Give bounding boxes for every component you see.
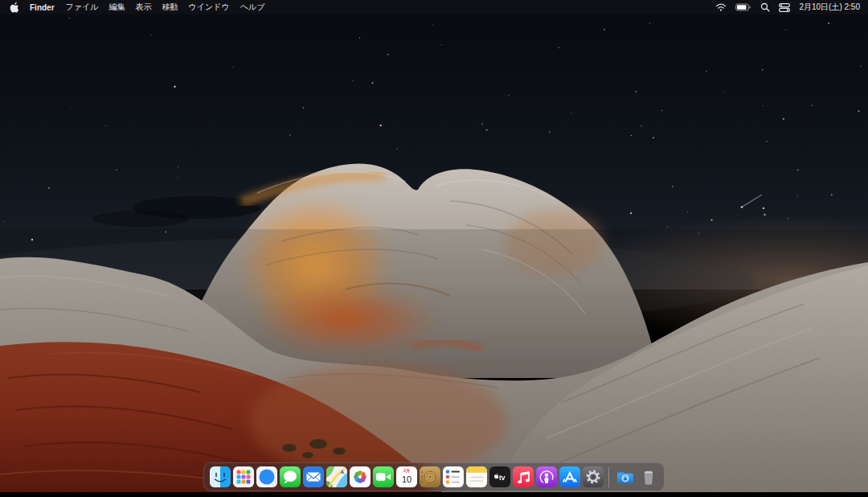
messages-icon xyxy=(280,466,301,487)
status-icons xyxy=(715,2,790,12)
dock-item-contacts[interactable] xyxy=(420,466,440,487)
dock-item-finder[interactable] xyxy=(210,466,231,487)
menu-bar-clock[interactable]: 2月10日(土) 2:50 xyxy=(799,2,860,13)
dock-item-facetime[interactable] xyxy=(373,466,394,487)
dock-item-appstore[interactable] xyxy=(559,466,580,487)
dock-item-notes[interactable] xyxy=(466,466,487,487)
app-menus: ファイル編集表示移動ウインドウヘルプ xyxy=(66,2,265,13)
safari-icon xyxy=(256,466,277,487)
system-settings-icon xyxy=(583,466,604,487)
notes-icon xyxy=(466,466,487,487)
downloads-folder-icon xyxy=(615,466,636,487)
menu-item-5[interactable]: ヘルプ xyxy=(240,2,265,13)
dock-item-settings[interactable] xyxy=(583,466,604,487)
control-center-icon[interactable] xyxy=(779,3,790,12)
reminders-icon xyxy=(443,466,464,487)
dock-divider xyxy=(608,467,609,487)
dock: 2月10tv xyxy=(203,462,665,491)
spotlight-search-icon[interactable] xyxy=(760,2,770,12)
dock-item-calendar[interactable]: 2月10 xyxy=(396,466,417,487)
menu-item-0[interactable]: ファイル xyxy=(66,2,99,13)
wifi-icon[interactable] xyxy=(715,2,727,12)
dock-item-tv[interactable]: tv xyxy=(489,466,510,487)
app-store-icon xyxy=(559,466,580,487)
apple-tv-icon: tv xyxy=(489,466,510,487)
dock-item-mail[interactable] xyxy=(303,466,324,487)
dock-item-podcasts[interactable] xyxy=(536,466,557,487)
menu-bar-right: 2月10日(土) 2:50 xyxy=(715,2,868,13)
music-icon xyxy=(513,466,534,487)
menu-item-2[interactable]: 表示 xyxy=(136,2,152,13)
dock-item-messages[interactable] xyxy=(280,466,301,487)
trash-icon xyxy=(638,466,659,487)
apple-menu-icon[interactable] xyxy=(9,2,18,13)
macos-desktop: Finder ファイル編集表示移動ウインドウヘルプ 2月10日(土) 2:50 … xyxy=(0,0,868,497)
launchpad-icon xyxy=(233,466,254,487)
dock-item-safari[interactable] xyxy=(256,466,277,487)
maps-icon xyxy=(326,466,347,487)
menu-item-3[interactable]: 移動 xyxy=(162,2,178,13)
svg-text:2月: 2月 xyxy=(403,468,410,474)
contacts-icon xyxy=(420,466,440,487)
dock-item-launchpad[interactable] xyxy=(233,466,254,487)
menu-bar: Finder ファイル編集表示移動ウインドウヘルプ 2月10日(土) 2:50 xyxy=(0,0,868,14)
desktop-wallpaper xyxy=(0,0,868,492)
dock-item-photos[interactable] xyxy=(350,466,371,487)
podcasts-icon xyxy=(536,466,557,487)
dock-item-reminders[interactable] xyxy=(443,466,464,487)
svg-text:10: 10 xyxy=(401,474,411,484)
finder-icon xyxy=(210,466,231,487)
menu-item-4[interactable]: ウインドウ xyxy=(189,2,230,13)
menu-bar-left: Finder ファイル編集表示移動ウインドウヘルプ xyxy=(0,2,264,13)
photos-icon xyxy=(350,466,371,487)
dock-item-trash[interactable] xyxy=(638,466,659,487)
svg-text:tv: tv xyxy=(499,474,506,482)
dock-item-music[interactable] xyxy=(513,466,534,487)
dock-item-downloads[interactable] xyxy=(615,466,636,487)
dock-item-maps[interactable] xyxy=(326,466,347,487)
menu-item-1[interactable]: 編集 xyxy=(109,2,125,13)
facetime-icon xyxy=(373,466,394,487)
calendar-icon: 2月10 xyxy=(396,466,417,487)
active-app-menu[interactable]: Finder xyxy=(30,3,55,12)
mail-icon xyxy=(303,466,324,487)
battery-icon[interactable] xyxy=(735,3,751,11)
